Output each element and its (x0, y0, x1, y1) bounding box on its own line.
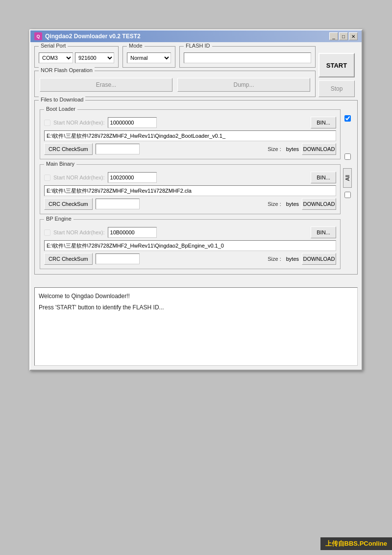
main-window: Q Qingdao2 Downloader v0.2 TEST2 _ □ ✕ S… (29, 29, 363, 371)
log-line-1: Welcome to Qingdao Downloader!! (39, 292, 353, 301)
erase-button[interactable]: Erase... (40, 78, 172, 92)
nor-flash-label: NOR Flash Operation (39, 67, 95, 73)
main-binary-size-label: Size : (268, 201, 281, 207)
bootloader-label: Boot Loader (44, 106, 77, 112)
main-binary-enable-checkbox[interactable] (344, 153, 351, 160)
mode-select[interactable]: Normal (127, 52, 171, 63)
all-button[interactable]: All (343, 168, 352, 188)
serial-port-group: Serial Port COM3 921600 (34, 46, 119, 68)
bootloader-crc-input[interactable] (96, 144, 140, 154)
bp-engine-addr-input[interactable] (108, 227, 157, 238)
main-binary-download-button[interactable]: DOWNLOAD (302, 198, 336, 210)
main-binary-label: Main Binary (44, 161, 76, 167)
flash-id-input[interactable] (184, 52, 311, 63)
files-label: Files to Download (39, 97, 85, 102)
port-select[interactable]: COM3 (39, 52, 73, 63)
app-icon: Q (34, 32, 42, 40)
bp-engine-bytes-label: bytes (286, 256, 299, 262)
flash-id-label: FLASH ID (184, 43, 212, 49)
files-group: Files to Download Boot Loader Start NOR … (34, 100, 358, 275)
bootloader-crc-button[interactable]: CRC CheckSum (44, 143, 93, 155)
bp-engine-checkbox[interactable] (44, 229, 50, 236)
bootloader-bytes-label: bytes (286, 146, 299, 152)
nor-flash-group: NOR Flash Operation Erase... Dump... (34, 71, 316, 97)
main-binary-addr-input[interactable] (108, 172, 157, 183)
window-controls: _ □ ✕ (329, 32, 358, 40)
bp-engine-addr-label: Start NOR Addr(hex): (53, 229, 105, 235)
main-binary-group: Main Binary Start NOR Addr(hex): BIN... (40, 164, 341, 214)
main-binary-bin-button[interactable]: BIN... (311, 172, 336, 183)
bootloader-addr-label: Start NOR Addr(hex): (53, 120, 105, 126)
bootloader-addr-input[interactable] (108, 117, 157, 128)
log-line-2: Press 'START' button to identify the FLA… (39, 303, 353, 312)
bp-engine-crc-input[interactable] (96, 253, 140, 264)
bp-engine-label: BP Engine (44, 216, 74, 222)
bp-engine-bin-button[interactable]: BIN... (311, 227, 336, 238)
main-binary-path-input[interactable] (44, 185, 336, 196)
stop-button[interactable]: Stop (318, 80, 355, 97)
bootloader-size-label: Size : (268, 146, 281, 152)
maximize-button[interactable]: □ (339, 32, 348, 40)
bootloader-bin-button[interactable]: BIN... (311, 117, 336, 128)
bp-engine-enable-checkbox[interactable] (344, 192, 351, 198)
baud-select[interactable]: 921600 (75, 52, 114, 63)
mode-group: Mode Normal (122, 46, 175, 68)
minimize-button[interactable]: _ (329, 32, 338, 40)
bp-engine-path-input[interactable] (44, 240, 336, 251)
bp-engine-download-button[interactable]: DOWNLOAD (302, 253, 336, 265)
main-binary-checkbox[interactable] (44, 175, 50, 181)
bootloader-download-button[interactable]: DOWNLOAD (302, 143, 336, 155)
progress-area (34, 278, 358, 284)
window-title: Qingdao2 Downloader v0.2 TEST2 (45, 33, 141, 40)
window-body: Serial Port COM3 921600 Mode (30, 42, 362, 370)
bp-engine-crc-button[interactable]: CRC CheckSum (44, 253, 93, 265)
bp-engine-size-label: Size : (268, 256, 281, 262)
start-button[interactable]: START (318, 53, 355, 77)
title-bar: Q Qingdao2 Downloader v0.2 TEST2 _ □ ✕ (30, 30, 362, 42)
main-binary-crc-input[interactable] (96, 199, 140, 209)
dump-button[interactable]: Dump... (177, 78, 310, 92)
bootloader-checkbox[interactable] (44, 120, 50, 126)
watermark: 上传自BBS.PConline (320, 537, 392, 550)
bootloader-group: Boot Loader Start NOR Addr(hex): BIN... (40, 109, 341, 159)
main-binary-bytes-label: bytes (286, 201, 299, 207)
flash-id-group: FLASH ID (179, 46, 316, 68)
main-binary-addr-label: Start NOR Addr(hex): (53, 175, 105, 180)
log-area: Welcome to Qingdao Downloader!! Press 'S… (34, 287, 358, 366)
bootloader-enable-checkbox[interactable] (344, 115, 351, 122)
mode-label: Mode (127, 43, 145, 49)
bootloader-path-input[interactable] (44, 130, 336, 141)
bp-engine-group: BP Engine Start NOR Addr(hex): BIN... (40, 219, 341, 269)
close-button[interactable]: ✕ (349, 32, 358, 40)
serial-port-label: Serial Port (39, 43, 68, 49)
main-binary-crc-button[interactable]: CRC CheckSum (44, 198, 93, 210)
